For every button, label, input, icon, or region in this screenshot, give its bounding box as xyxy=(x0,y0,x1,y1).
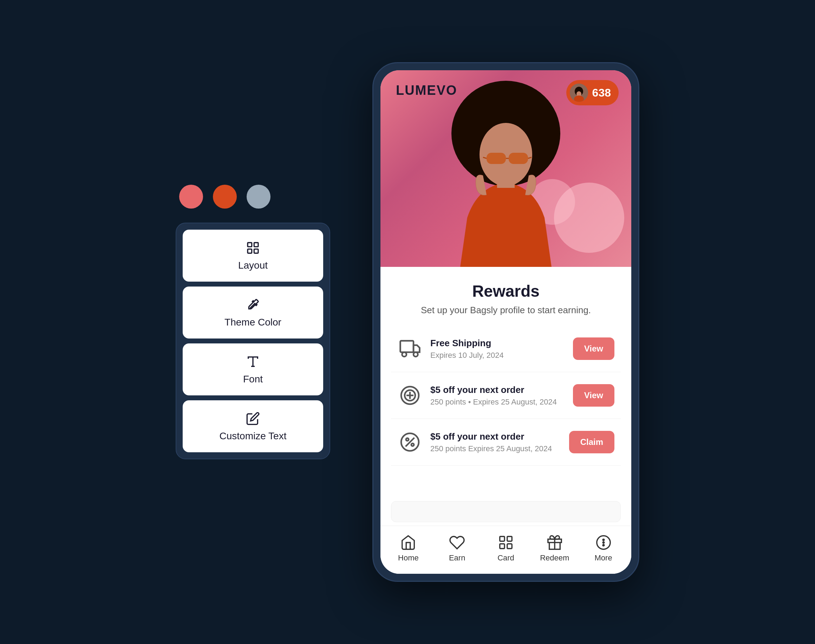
reward-meta-3: 250 points Expires 25 August, 2024 xyxy=(430,444,561,453)
reward-item-3: $5 off your next order 250 points Expire… xyxy=(391,419,621,466)
menu-item-layout[interactable]: Layout xyxy=(183,230,323,282)
rewards-title: Rewards xyxy=(396,282,616,301)
reward-info-1: Free Shipping Expires 10 July, 2024 xyxy=(430,338,565,360)
main-container: Layout Theme Color xyxy=(176,62,639,582)
menu-label-theme-color: Theme Color xyxy=(224,317,281,328)
reward-btn-3[interactable]: Claim xyxy=(569,431,614,453)
svg-rect-14 xyxy=(497,181,515,188)
shipping-icon xyxy=(397,336,423,361)
svg-rect-2 xyxy=(248,249,252,253)
phone-hero: LUMEVO 638 xyxy=(381,70,631,267)
more-icon xyxy=(596,534,612,550)
nav-item-more[interactable]: More xyxy=(586,534,621,563)
phone-screen: LUMEVO 638 xyxy=(381,70,631,574)
hero-person-illustration xyxy=(432,77,580,267)
reward-info-2: $5 off your next order 250 points • Expi… xyxy=(430,385,565,406)
reward-btn-1[interactable]: View xyxy=(573,337,614,360)
menu-item-font[interactable]: Font xyxy=(183,343,323,396)
rewards-header: Rewards Set up your Bagsly profile to st… xyxy=(381,267,631,325)
swatch-orange[interactable] xyxy=(213,185,237,209)
left-panel: Layout Theme Color xyxy=(176,185,330,459)
menu-label-font: Font xyxy=(243,374,263,385)
nav-label-redeem: Redeem xyxy=(540,554,569,563)
reward-meta-1: Expires 10 July, 2024 xyxy=(430,351,565,360)
app-logo: LUMEVO xyxy=(396,83,457,98)
reward-name-1: Free Shipping xyxy=(430,338,565,349)
svg-point-23 xyxy=(413,352,418,357)
nav-label-more: More xyxy=(595,554,612,563)
points-badge[interactable]: 638 xyxy=(566,80,619,105)
swatch-gray[interactable] xyxy=(247,185,270,209)
nav-label-card: Card xyxy=(497,554,514,563)
svg-rect-10 xyxy=(509,153,528,164)
layout-icon xyxy=(245,240,261,256)
svg-rect-9 xyxy=(487,153,506,164)
phone-mockup: LUMEVO 638 xyxy=(372,62,639,582)
svg-point-39 xyxy=(603,542,604,543)
svg-rect-33 xyxy=(500,544,505,549)
bottom-nav: Home Earn xyxy=(381,526,631,574)
svg-rect-0 xyxy=(248,243,252,247)
reward-meta-2: 250 points • Expires 25 August, 2024 xyxy=(430,397,565,406)
coins-icon xyxy=(397,383,423,408)
svg-point-38 xyxy=(603,539,604,540)
reward-name-3: $5 off your next order xyxy=(430,431,561,442)
phone-content: Rewards Set up your Bagsly profile to st… xyxy=(381,267,631,574)
card-icon xyxy=(498,534,514,550)
svg-rect-31 xyxy=(500,537,505,541)
home-icon xyxy=(400,534,416,550)
svg-rect-3 xyxy=(254,249,258,253)
swatch-pink[interactable] xyxy=(179,185,203,209)
svg-rect-34 xyxy=(507,544,512,549)
nav-item-home[interactable]: Home xyxy=(391,534,426,563)
rewards-list: Free Shipping Expires 10 July, 2024 View xyxy=(381,325,631,501)
svg-point-40 xyxy=(603,544,604,546)
reward-item-2: $5 off your next order 250 points • Expi… xyxy=(391,372,621,419)
svg-rect-32 xyxy=(507,537,512,541)
reward-item-1: Free Shipping Expires 10 July, 2024 View xyxy=(391,325,621,372)
menu-panel: Layout Theme Color xyxy=(176,222,330,459)
menu-item-theme-color[interactable]: Theme Color xyxy=(183,287,323,339)
reward-btn-2[interactable]: View xyxy=(573,384,614,406)
partial-card xyxy=(391,501,621,522)
menu-label-customize-text: Customize Text xyxy=(219,431,287,442)
svg-marker-21 xyxy=(413,345,420,352)
user-avatar xyxy=(570,84,588,102)
svg-rect-1 xyxy=(254,243,258,247)
nav-label-earn: Earn xyxy=(449,554,465,563)
svg-point-29 xyxy=(411,443,414,446)
nav-item-earn[interactable]: Earn xyxy=(439,534,474,563)
nav-label-home: Home xyxy=(398,554,419,563)
redeem-icon xyxy=(546,534,563,550)
reward-info-3: $5 off your next order 250 points Expire… xyxy=(430,431,561,453)
nav-item-card[interactable]: Card xyxy=(488,534,523,563)
discount-icon xyxy=(397,429,423,455)
customize-text-icon xyxy=(245,411,261,426)
nav-item-redeem[interactable]: Redeem xyxy=(537,534,572,563)
reward-name-2: $5 off your next order xyxy=(430,385,565,396)
font-icon xyxy=(245,354,261,370)
svg-point-28 xyxy=(406,438,409,441)
rewards-subtitle: Set up your Bagsly profile to start earn… xyxy=(396,305,616,316)
svg-rect-20 xyxy=(401,341,414,353)
earn-icon xyxy=(449,534,465,550)
menu-label-layout: Layout xyxy=(238,260,268,271)
menu-item-customize-text[interactable]: Customize Text xyxy=(183,400,323,452)
svg-point-22 xyxy=(402,352,407,357)
points-number: 638 xyxy=(592,86,611,100)
color-swatches xyxy=(176,185,270,209)
theme-color-icon xyxy=(245,297,261,313)
